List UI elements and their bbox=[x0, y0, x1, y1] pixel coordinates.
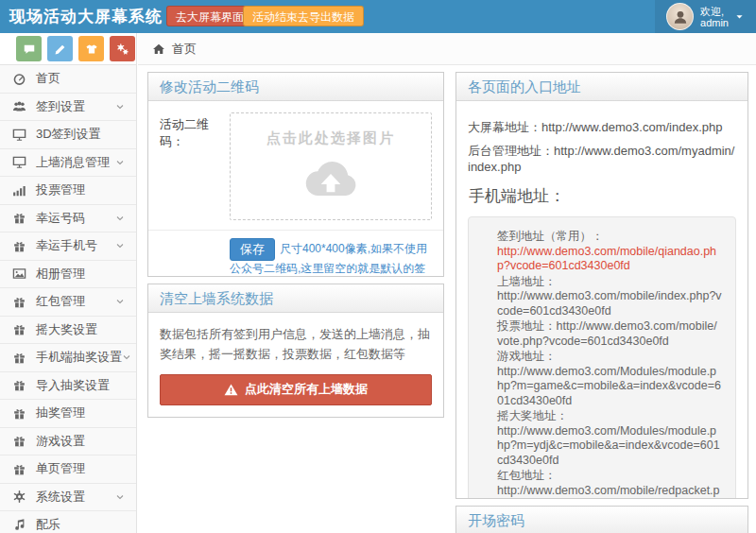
sidebar-item-mobile-lottery-settings[interactable]: 手机端抽奖设置 bbox=[0, 344, 136, 372]
password-panel-title: 开场密码 bbox=[468, 512, 524, 528]
mobile-url-entry-shake-prize: 摇大奖地址：http://www.demo3.com/Modules/modul… bbox=[497, 409, 722, 468]
mobile-url-value: http://www.demo3.com/mobile/redpacket.ph… bbox=[497, 484, 720, 500]
password-panel-header: 开场密码 bbox=[456, 507, 747, 533]
divider bbox=[148, 230, 443, 231]
gift-icon bbox=[11, 462, 27, 476]
sidebar-item-lucky-phone[interactable]: 幸运手机号 bbox=[0, 232, 136, 261]
sidebar-item-import-lottery-settings[interactable]: 导入抽奖设置 bbox=[0, 372, 136, 401]
person-icon bbox=[672, 9, 689, 26]
chevron-down-icon bbox=[115, 102, 125, 112]
sidebar-item-single-page-management[interactable]: 单页管理 bbox=[0, 456, 136, 484]
sidebar-item-lucky-number[interactable]: 幸运号码 bbox=[0, 205, 136, 233]
clear-description: 数据包括所有签到用户信息，发送的上墙消息，抽奖结果，摇一摇数据，投票数据，红包数… bbox=[160, 324, 432, 365]
admin-url-line: 后台管理地址：http://www.demo3.com/myadmin/inde… bbox=[468, 143, 736, 174]
shirt-icon bbox=[85, 43, 98, 56]
desktop-icon bbox=[11, 155, 27, 169]
mobile-urls-label: 手机端地址： bbox=[469, 185, 736, 207]
chevron-down-icon bbox=[115, 214, 125, 223]
sidebar-item-system-settings[interactable]: 系统设置 bbox=[0, 484, 136, 512]
mobile-url-value: http://www.demo3.com/mobile/index.php?vc… bbox=[497, 289, 722, 318]
music-icon bbox=[11, 518, 27, 532]
opening-password-panel: 开场密码 bbox=[455, 506, 748, 533]
sidebar-item-game-settings[interactable]: 游戏设置 bbox=[0, 428, 136, 456]
sidebar-item-label: 幸运号码 bbox=[36, 210, 85, 227]
gift-icon bbox=[11, 295, 27, 309]
pencil-icon bbox=[54, 43, 67, 56]
sidebar-quick-buttons bbox=[0, 33, 136, 65]
gift-icon bbox=[11, 406, 27, 421]
dropzone-text: 点击此处选择图片 bbox=[231, 129, 431, 147]
mobile-url-label: 投票地址： bbox=[497, 319, 557, 333]
sidebar-item-3d-checkin-settings[interactable]: 3D签到设置 bbox=[0, 121, 136, 149]
sidebar-item-label: 3D签到设置 bbox=[36, 126, 101, 143]
mobile-url-entry-checkin: 签到地址（常用）：http://www.demo3.com/mobile/qia… bbox=[497, 230, 722, 274]
screen-url-line: 大屏幕地址：http://www.demo3.com/index.php bbox=[468, 119, 736, 136]
sidebar-item-redpacket-management[interactable]: 红包管理 bbox=[0, 288, 136, 317]
clear-all-data-button[interactable]: 点此清空所有上墙数据 bbox=[160, 374, 432, 405]
sidebar-item-album-management[interactable]: 相册管理 bbox=[0, 261, 136, 289]
sidebar-item-label: 投票管理 bbox=[36, 181, 85, 198]
qr-field-label: 活动二维码： bbox=[160, 112, 230, 220]
mobile-url-label: 游戏地址： bbox=[497, 350, 557, 363]
urls-panel-body: 大屏幕地址：http://www.demo3.com/index.php 后台管… bbox=[456, 101, 747, 499]
chevron-down-icon bbox=[122, 352, 131, 362]
clear-button-label: 点此清空所有上墙数据 bbox=[245, 381, 368, 398]
sidebar-item-vote-management[interactable]: 投票管理 bbox=[0, 177, 136, 205]
sidebar-item-label: 游戏设置 bbox=[36, 433, 85, 450]
mobile-url-value[interactable]: http://www.demo3.com/mobile/qiandao.php?… bbox=[497, 245, 716, 273]
main-content: 首页 修改活动二维码 活动二维码： 点击此处选择图片 bbox=[138, 33, 756, 533]
gift-icon bbox=[11, 434, 27, 448]
home-icon bbox=[152, 43, 165, 56]
mobile-url-value: http://www.demo3.com/Modules/module.php?… bbox=[497, 365, 721, 407]
mobile-url-label: 签到地址（常用）： bbox=[497, 230, 604, 243]
sidebar-item-label: 单页管理 bbox=[36, 460, 85, 477]
mobile-urls-well: 签到地址（常用）：http://www.demo3.com/mobile/qia… bbox=[468, 216, 736, 499]
export-data-button[interactable]: 活动结束去导出数据 bbox=[243, 6, 364, 26]
save-button[interactable]: 保存 bbox=[230, 238, 275, 261]
chevron-down-icon bbox=[115, 297, 125, 306]
welcome-line2: admin bbox=[700, 17, 729, 28]
quick-button-prize[interactable] bbox=[78, 36, 104, 61]
comment-icon bbox=[23, 43, 36, 56]
breadcrumb-home-link[interactable]: 首页 bbox=[172, 41, 197, 58]
mobile-url-entry-vote: 投票地址：http://www.demo3.com/mobile/vote.ph… bbox=[497, 319, 722, 349]
sidebar-menu: 首页签到设置3D签到设置上墙消息管理投票管理幸运号码幸运手机号相册管理红包管理摇… bbox=[0, 65, 136, 533]
image-icon bbox=[11, 266, 27, 281]
sidebar-item-label: 抽奖管理 bbox=[36, 404, 85, 421]
gears-icon bbox=[116, 43, 129, 56]
top-navbar: 现场活动大屏幕系统 去大屏幕界面 活动结束去导出数据 欢迎, admin bbox=[0, 0, 756, 33]
mobile-url-entry-redpacket: 红包地址：http://www.demo3.com/mobile/redpack… bbox=[497, 469, 722, 499]
go-big-screen-button[interactable]: 去大屏幕界面 bbox=[166, 6, 253, 26]
sidebar: 首页签到设置3D签到设置上墙消息管理投票管理幸运号码幸运手机号相册管理红包管理摇… bbox=[0, 33, 137, 533]
urls-panel-title: 各页面的入口地址 bbox=[468, 78, 581, 95]
qr-panel-title: 修改活动二维码 bbox=[160, 78, 259, 95]
sidebar-item-music[interactable]: 配乐 bbox=[0, 511, 136, 533]
users-icon bbox=[11, 99, 27, 113]
avatar bbox=[666, 3, 694, 30]
quick-button-settings[interactable] bbox=[110, 36, 135, 61]
sidebar-item-label: 系统设置 bbox=[36, 489, 85, 506]
sidebar-item-home[interactable]: 首页 bbox=[0, 65, 136, 94]
sidebar-item-label: 手机端抽奖设置 bbox=[36, 349, 122, 366]
gift-icon bbox=[11, 351, 27, 365]
sidebar-item-lottery-management[interactable]: 抽奖管理 bbox=[0, 400, 136, 428]
dashboard-icon bbox=[11, 72, 27, 86]
quick-button-comment[interactable] bbox=[16, 36, 42, 61]
sidebar-item-checkin-settings[interactable]: 签到设置 bbox=[0, 94, 136, 122]
sidebar-item-wall-message-management[interactable]: 上墙消息管理 bbox=[0, 149, 136, 178]
gear-icon bbox=[11, 490, 27, 504]
sidebar-item-label: 幸运手机号 bbox=[36, 237, 97, 254]
welcome-line1: 欢迎, bbox=[700, 6, 724, 17]
chevron-down-icon bbox=[115, 492, 125, 502]
user-menu[interactable]: 欢迎, admin bbox=[655, 0, 756, 33]
cloud-upload-icon bbox=[231, 150, 431, 196]
clear-panel-header: 清空上墙系统数据 bbox=[148, 284, 443, 313]
screen-url-label: 大屏幕地址： bbox=[468, 120, 541, 134]
qr-image-dropzone[interactable]: 点击此处选择图片 bbox=[230, 112, 432, 220]
urls-panel-header: 各页面的入口地址 bbox=[456, 73, 747, 101]
sidebar-item-label: 导入抽奖设置 bbox=[36, 377, 110, 394]
sidebar-item-shake-prize-settings[interactable]: 摇大奖设置 bbox=[0, 317, 136, 345]
gift-icon bbox=[11, 239, 27, 253]
quick-button-edit[interactable] bbox=[47, 36, 73, 61]
gift-icon bbox=[11, 322, 27, 336]
